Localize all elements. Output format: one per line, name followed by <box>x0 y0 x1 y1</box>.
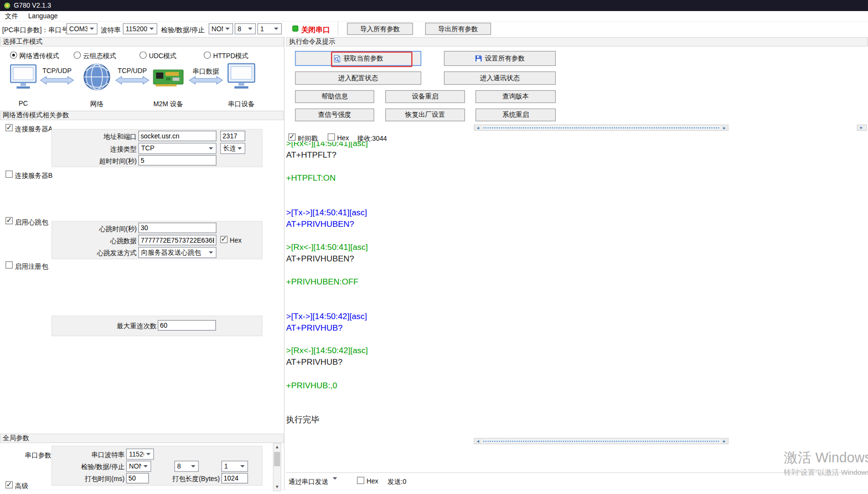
menu-item-language[interactable]: Language <box>23 11 62 21</box>
timestamp-checkbox[interactable] <box>288 134 295 141</box>
m2m-label: M2M 设备 <box>149 99 187 109</box>
hb-hex-checkbox[interactable] <box>220 236 228 243</box>
toolbar-separator <box>338 22 338 36</box>
radio-udc-mode-label[interactable]: UDC模式 <box>149 51 177 61</box>
scroll-down-icon[interactable]: ▼ <box>273 483 281 491</box>
close-port-button[interactable]: 关闭串口 <box>301 25 330 35</box>
get-params-button[interactable]: 获取当前参数 <box>295 51 421 66</box>
get-params-icon <box>333 55 341 62</box>
com-port-select[interactable]: COM3 <box>66 23 98 34</box>
hb-mode-label: 心跳发送方式 <box>66 248 136 258</box>
timeout-input[interactable] <box>138 155 216 166</box>
log-area[interactable]: >[Rx<-][14:50:41][asc]AT+HTPFLT? +HTPFLT… <box>286 142 867 437</box>
enter-comm-button[interactable]: 进入通讯状态 <box>444 72 556 85</box>
signal-strength-button[interactable]: 查信号强度 <box>295 109 374 122</box>
set-params-label: 设置所有参数 <box>485 54 525 63</box>
import-params-button[interactable]: 导入所有参数 <box>347 23 413 35</box>
log-line: >[Tx->][14:50:41][asc] <box>286 207 867 219</box>
hb-data-input[interactable] <box>138 235 216 246</box>
log-line <box>286 161 867 173</box>
log-hex-checkbox[interactable] <box>328 134 335 141</box>
device-restart-button[interactable]: 设备重启 <box>385 90 465 103</box>
server-b-checkbox[interactable] <box>6 171 13 178</box>
send-mode-dropdown[interactable]: 通过串口发送 <box>288 477 328 487</box>
heartbeat-label[interactable]: 启用心跳包 <box>15 218 48 227</box>
send-hex-label[interactable]: Hex <box>367 477 379 485</box>
heartbeat-checkbox[interactable] <box>6 217 13 224</box>
advanced-checkbox[interactable] <box>6 481 13 488</box>
server-port-input[interactable] <box>220 131 245 141</box>
splitter-left-icon[interactable]: ◄ <box>475 125 482 130</box>
pack-len-input[interactable] <box>221 473 248 483</box>
hb-hex-label[interactable]: Hex <box>230 236 242 244</box>
log-bottom-splitter[interactable]: ◄ ► <box>474 438 728 445</box>
advanced-label[interactable]: 高级 <box>15 482 28 492</box>
conn-type-select[interactable]: TCP <box>138 143 216 154</box>
log-hex-label[interactable]: Hex <box>337 134 349 142</box>
hb-mode-select[interactable]: 向服务器发送心跳包 <box>138 247 216 258</box>
query-version-button[interactable]: 查询版本 <box>476 90 556 103</box>
menu-item-file[interactable]: 文件 <box>0 11 23 21</box>
help-button[interactable]: 帮助信息 <box>295 90 374 103</box>
radio-cloud-mode[interactable] <box>73 51 81 59</box>
link2-label: TCP/UDP <box>115 67 149 74</box>
log-line: >[Rx<-][14:50:42][asc] <box>286 345 867 357</box>
databits-select[interactable]: 8 <box>235 23 256 34</box>
combo-arrow-icon <box>225 28 230 32</box>
radio-httpd-mode[interactable] <box>204 51 211 59</box>
splitter-right-icon[interactable]: ► <box>721 439 728 444</box>
radio-cloud-mode-label[interactable]: 云组态模式 <box>83 51 116 61</box>
splitter-left-icon[interactable]: ◄ <box>475 439 482 444</box>
splitter-grip[interactable] <box>483 441 719 442</box>
combo-arrow-icon <box>248 28 252 32</box>
server-a-checkbox[interactable] <box>6 124 13 131</box>
log-line: AT+PRIVHUB? <box>286 357 867 368</box>
system-restart-button[interactable]: 系统重启 <box>476 109 556 122</box>
register-label[interactable]: 启用注册包 <box>15 262 48 272</box>
baud-label: 波特率 <box>101 25 121 35</box>
link-arrow-icon <box>115 76 149 85</box>
g-baud-value: 115200 <box>127 450 144 458</box>
m2m-device-icon <box>153 69 184 87</box>
radio-udc-mode[interactable] <box>139 51 147 59</box>
pc-label: PC <box>10 99 37 107</box>
send-hex-checkbox[interactable] <box>357 477 364 484</box>
send-divider <box>286 472 867 473</box>
splitter-grip[interactable] <box>483 127 719 128</box>
baud-select[interactable]: 115200 <box>123 23 157 34</box>
pack-time-input[interactable] <box>126 473 149 483</box>
reconnect-input[interactable] <box>158 320 216 331</box>
scrollbar-thumb[interactable] <box>274 452 280 466</box>
enter-config-button[interactable]: 进入配置状态 <box>295 72 421 85</box>
g-parity-select[interactable]: NONE <box>126 461 151 472</box>
g-stopbits-select[interactable]: 1 <box>221 461 248 472</box>
scroll-up-icon[interactable]: ▲ <box>273 444 281 451</box>
splitter-right-icon[interactable]: ▼ <box>857 125 865 130</box>
server-b-label[interactable]: 连接服务器B <box>15 171 52 181</box>
combo-arrow-icon[interactable] <box>333 480 337 487</box>
splitter-right-icon[interactable]: ► <box>721 125 728 130</box>
log-top-splitter[interactable]: ◄ ► <box>474 124 728 131</box>
set-params-button[interactable]: 设置所有参数 <box>444 51 556 66</box>
conn-mode-select[interactable]: 长连接 <box>220 143 245 154</box>
parity-select[interactable]: NONI <box>208 23 233 34</box>
radio-network-mode-label[interactable]: 网络透传模式 <box>19 51 59 61</box>
g-databits-select[interactable]: 8 <box>174 461 199 472</box>
export-params-button[interactable]: 导出所有参数 <box>425 23 491 35</box>
activate-windows-watermark-sub: 转到“设置”以激活 Windows <box>784 468 868 478</box>
hb-time-input[interactable] <box>138 222 216 233</box>
register-checkbox[interactable] <box>6 261 13 269</box>
radio-httpd-mode-label[interactable]: HTTPD模式 <box>213 51 249 61</box>
server-address-input[interactable] <box>138 131 216 141</box>
combo-arrow-icon <box>208 148 213 152</box>
g-baud-select[interactable]: 115200 <box>126 448 154 459</box>
radio-network-mode[interactable] <box>10 51 17 59</box>
serial-device-label: 串口设备 <box>226 99 257 109</box>
factory-reset-button[interactable]: 恢复出厂设置 <box>385 109 465 122</box>
log-top-splitter-end[interactable]: ▼ <box>857 124 867 131</box>
server-a-label[interactable]: 连接服务器A <box>15 124 52 134</box>
stopbits-select[interactable]: 1 <box>257 23 282 34</box>
log-line: AT+PRIVHUBEN? <box>286 219 867 230</box>
port-status-icon <box>292 25 298 32</box>
global-params-scrollbar[interactable]: ▲ ▼ <box>273 443 281 491</box>
